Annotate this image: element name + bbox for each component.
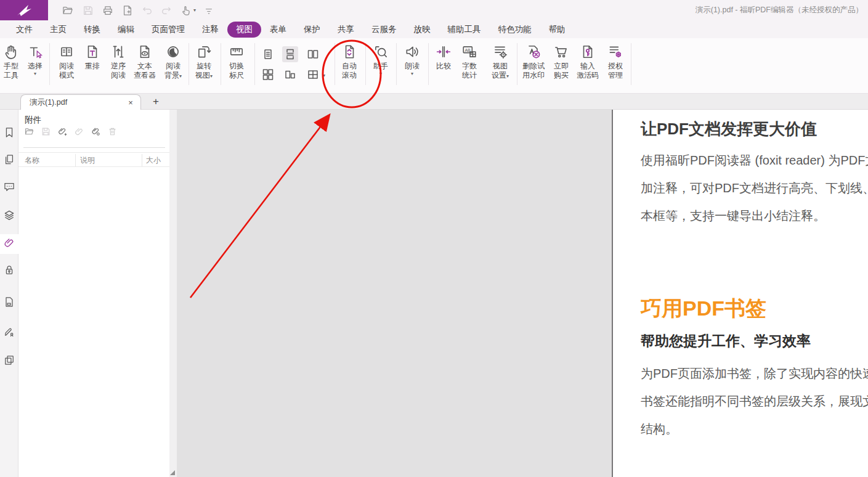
attachments-icon[interactable] [2, 236, 16, 250]
buy-now-button[interactable]: 立即 购买 [548, 43, 575, 80]
attachment-settings-icon[interactable] [90, 126, 101, 137]
page-heading-2: 巧用PDF书签 [641, 295, 766, 323]
foxit-logo[interactable] [0, 0, 48, 20]
assistant-button[interactable]: 助手 ▾ [367, 43, 394, 77]
foxit-pdf-editor-window: ▾ 演示(1).pdf - 福昕PDF编辑器（未经授权的产品） 文件 主页 转换… [0, 0, 868, 477]
hand-pointer-icon[interactable] [179, 4, 193, 17]
paragraph-line: 结构。 [641, 415, 868, 443]
compare-button[interactable]: 比较 [430, 43, 457, 71]
chevron-down-icon: ▾ [399, 71, 426, 77]
select-button[interactable]: 选择 ▾ [23, 43, 47, 77]
menu-item-home[interactable]: 主页 [41, 22, 75, 38]
menu-item-assistive-tools[interactable]: 辅助工具 [439, 22, 490, 38]
bookmarks-icon[interactable] [2, 126, 16, 139]
menu-item-comment[interactable]: 注释 [193, 22, 227, 38]
menu-item-special-features[interactable]: 特色功能 [490, 22, 540, 38]
column-divider [75, 154, 76, 166]
document-canvas[interactable] [177, 110, 612, 477]
delete-attachment-icon[interactable] [107, 126, 118, 137]
save-icon[interactable] [81, 4, 95, 17]
menu-item-help[interactable]: 帮助 [540, 22, 574, 38]
split-view-layout-button[interactable] [305, 67, 321, 83]
ribbon-separator [221, 43, 221, 85]
text-viewer-button[interactable]: 文本 查看器 [128, 43, 161, 80]
undo-icon[interactable] [140, 4, 154, 17]
column-header-name[interactable]: 名称 [25, 155, 39, 166]
chevron-down-icon[interactable]: ▾ [323, 73, 325, 79]
column-header-description[interactable]: 说明 [80, 155, 95, 166]
paragraph-line: 为PDF页面添加书签，除了实现内容的快速跳 [641, 360, 868, 388]
menu-item-convert[interactable]: 转换 [75, 22, 109, 38]
window-title: 演示(1).pdf - 福昕PDF编辑器（未经授权的产品） [696, 0, 863, 20]
remove-trial-watermark-button[interactable]: 删除试 用水印 [517, 43, 550, 80]
auto-scroll-page-icon [336, 43, 363, 60]
menu-item-edit[interactable]: 编辑 [109, 22, 143, 38]
signatures-icon[interactable] [2, 325, 16, 338]
chevron-down-icon: ▾ [179, 73, 182, 79]
document-tab[interactable]: 演示(1).pdf × [20, 94, 141, 110]
chevron-down-icon: ▾ [210, 73, 213, 79]
hand-tool-button[interactable]: 手型 工具 [0, 43, 22, 80]
menu-item-file[interactable]: 文件 [7, 22, 41, 38]
facing-layout-button[interactable] [305, 46, 321, 62]
document-tab-bar: 演示(1).pdf × + [0, 94, 868, 110]
rotate-view-button[interactable]: 旋转 视图▾ [189, 43, 219, 81]
menu-item-view[interactable]: 视图 [227, 22, 261, 38]
open-file-icon[interactable] [61, 4, 75, 17]
redo-icon[interactable] [160, 4, 173, 17]
document-tab-label: 演示(1).pdf [30, 97, 67, 108]
view-settings-button[interactable]: 视图 设置▾ [485, 43, 515, 81]
reading-background-button[interactable]: 阅读 背景▾ [158, 43, 188, 81]
view-settings-icon [485, 43, 515, 60]
resize-grip-icon[interactable] [170, 470, 175, 475]
remove-watermark-icon [517, 43, 550, 60]
ruler-icon [222, 43, 251, 60]
customize-toolbar-icon[interactable] [202, 4, 216, 17]
speaker-icon [399, 43, 426, 60]
menu-bar: 文件 主页 转换 编辑 页面管理 注释 视图 表单 保护 共享 云服务 放映 辅… [0, 20, 868, 38]
menu-item-form[interactable]: 表单 [261, 22, 295, 38]
page-heading-1: 让PDF文档发挥更大价值 [641, 118, 817, 140]
toggle-ruler-button[interactable]: 切换 标尺 [222, 43, 251, 80]
separate-cover-layout-button[interactable] [282, 67, 298, 83]
chevron-down-icon[interactable]: ▾ [192, 4, 198, 17]
open-attachment-icon[interactable] [23, 126, 34, 137]
close-icon[interactable]: × [126, 98, 136, 107]
pages-icon[interactable] [2, 153, 16, 166]
menu-item-cloud-services[interactable]: 云服务 [363, 22, 405, 38]
menu-item-share[interactable]: 共享 [329, 22, 363, 38]
word-count-button[interactable]: AB 字数 统计 [456, 43, 483, 80]
new-document-icon[interactable] [121, 4, 134, 17]
fields-icon[interactable] [2, 353, 16, 367]
add-tab-button[interactable]: + [150, 95, 162, 108]
continuous-scrolling-layout-button[interactable] [282, 46, 298, 62]
book-icon [52, 43, 81, 60]
reflow-button[interactable]: 重排 [78, 43, 107, 71]
add-attachment-icon[interactable] [57, 126, 68, 137]
column-header-size[interactable]: 大小 [146, 155, 161, 166]
license-management-button[interactable]: 授权 管理 [602, 43, 629, 80]
attach-file-icon[interactable] [73, 126, 84, 137]
menu-item-page-management[interactable]: 页面管理 [143, 22, 193, 38]
facing-continuous-layout-button[interactable] [260, 67, 276, 83]
menu-item-protect[interactable]: 保护 [295, 22, 329, 38]
destinations-icon[interactable] [2, 295, 16, 309]
print-icon[interactable] [101, 4, 115, 17]
enter-activation-code-button[interactable]: 输入 激活码 [572, 43, 604, 80]
auto-scroll-button[interactable]: 自动 滚动 [336, 43, 363, 80]
page-eye-icon [128, 43, 161, 60]
read-aloud-button[interactable]: 朗读 ▾ [399, 43, 426, 77]
license-gear-icon [602, 43, 629, 60]
read-mode-button[interactable]: 阅读 模式 [52, 43, 81, 80]
single-page-layout-button[interactable] [260, 46, 276, 62]
comments-icon[interactable] [2, 180, 16, 194]
ribbon-separator [365, 43, 366, 85]
panel-splitter[interactable] [169, 110, 177, 477]
pdf-page[interactable]: 让PDF文档发挥更大价值 使用福昕PDF阅读器 (foxit reader) 为… [613, 110, 868, 477]
layers-icon[interactable] [2, 208, 16, 222]
security-icon[interactable] [2, 263, 16, 277]
save-attachment-icon[interactable] [40, 126, 51, 137]
ribbon-separator [396, 43, 397, 85]
reflow-page-icon [78, 43, 107, 60]
menu-item-slideshow[interactable]: 放映 [405, 22, 439, 38]
